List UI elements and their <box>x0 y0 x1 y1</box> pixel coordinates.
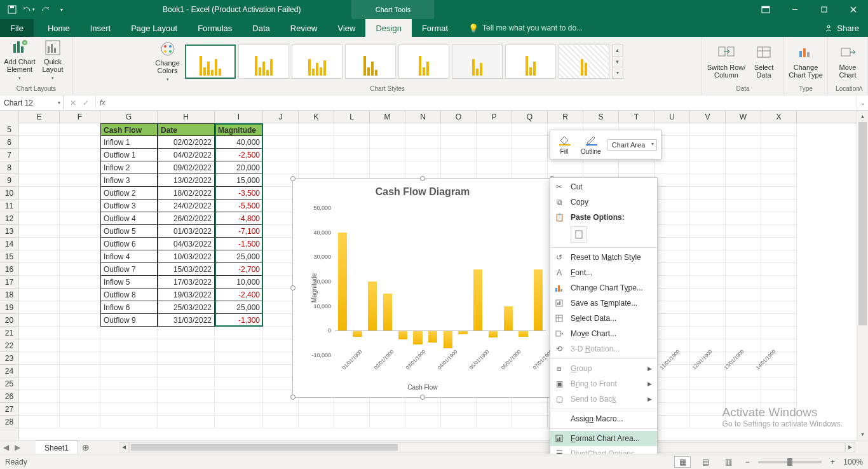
cell[interactable] <box>726 314 761 327</box>
ribbon-display-options-icon[interactable] <box>751 0 780 19</box>
cell[interactable] <box>60 200 100 212</box>
switch-row-column-button[interactable]: Switch Row/ Column <box>706 39 747 81</box>
cell[interactable] <box>726 250 761 263</box>
cell[interactable] <box>299 136 334 149</box>
cell[interactable] <box>761 250 797 263</box>
formula-input[interactable] <box>109 95 857 110</box>
cell[interactable] <box>654 390 690 403</box>
cell[interactable] <box>726 390 761 403</box>
cell[interactable] <box>690 403 726 416</box>
column-header[interactable]: G <box>100 111 158 123</box>
zoom-slider[interactable] <box>758 461 822 463</box>
cell[interactable] <box>690 238 726 250</box>
cell[interactable] <box>60 136 100 149</box>
row-header[interactable]: 18 <box>0 289 18 301</box>
cell[interactable] <box>334 136 370 149</box>
cell[interactable]: 26/02/2022 <box>158 212 215 225</box>
cell[interactable] <box>334 161 370 174</box>
cell[interactable] <box>405 123 441 136</box>
cell[interactable] <box>726 174 761 187</box>
chart-style-2[interactable] <box>238 44 289 79</box>
cell[interactable]: -5,500 <box>215 200 263 212</box>
cell[interactable] <box>215 327 263 339</box>
cell[interactable] <box>19 174 60 187</box>
scroll-down-icon[interactable]: ▼ <box>857 428 868 440</box>
add-sheet-button[interactable]: ⊕ <box>78 442 93 452</box>
column-header[interactable]: W <box>726 111 761 123</box>
resize-handle[interactable] <box>290 395 295 400</box>
cell[interactable]: Outflow 3 <box>100 200 158 212</box>
chart-style-3[interactable] <box>292 44 342 79</box>
select-all-corner[interactable] <box>0 111 19 123</box>
cell[interactable] <box>512 403 548 416</box>
cell[interactable] <box>654 238 690 250</box>
column-header[interactable]: H <box>158 111 215 123</box>
cell[interactable] <box>477 416 512 428</box>
cell[interactable] <box>19 149 60 161</box>
cell[interactable]: 25,000 <box>215 301 263 314</box>
cell[interactable] <box>60 212 100 225</box>
add-chart-element-button[interactable]: + Add Chart Element ▾ <box>4 39 36 81</box>
cell[interactable] <box>726 301 761 314</box>
cell[interactable] <box>60 250 100 263</box>
cell[interactable] <box>690 174 726 187</box>
cell[interactable] <box>19 327 60 339</box>
chart-bar[interactable] <box>473 269 482 331</box>
cell[interactable] <box>60 276 100 289</box>
chart-style-8[interactable] <box>559 44 609 79</box>
ctx-assign-macro[interactable]: Assign Macro... <box>550 411 657 426</box>
column-header[interactable]: F <box>60 111 100 123</box>
column-header[interactable]: T <box>619 111 654 123</box>
cell[interactable] <box>726 327 761 339</box>
cell[interactable] <box>19 263 60 276</box>
row-header[interactable]: 5 <box>0 123 18 136</box>
row-header[interactable]: 8 <box>0 161 18 174</box>
cell[interactable] <box>19 352 60 365</box>
cell[interactable] <box>19 403 60 416</box>
gallery-up-icon[interactable]: ▲ <box>613 45 623 57</box>
cell[interactable] <box>370 123 405 136</box>
cell[interactable] <box>726 416 761 428</box>
cancel-entry-icon[interactable]: ✕ <box>70 99 76 107</box>
cell[interactable]: -1,500 <box>215 238 263 250</box>
chart-title[interactable]: Cash Flow Diagram <box>297 186 548 198</box>
cell[interactable] <box>726 377 761 390</box>
cell[interactable] <box>60 352 100 365</box>
tab-design[interactable]: Design <box>365 19 411 37</box>
cell[interactable] <box>690 390 726 403</box>
cell[interactable]: 24/02/2022 <box>158 200 215 212</box>
column-header[interactable]: L <box>334 111 370 123</box>
cell[interactable] <box>761 136 797 149</box>
cell[interactable] <box>334 403 370 416</box>
cell[interactable]: Inflow 6 <box>100 301 158 314</box>
cell[interactable] <box>19 250 60 263</box>
chart-bar[interactable] <box>489 330 498 337</box>
cell[interactable] <box>726 200 761 212</box>
cell[interactable] <box>512 416 548 428</box>
ctx-save-template[interactable]: Save as Template... <box>550 296 657 311</box>
cell[interactable]: -2,400 <box>215 289 263 301</box>
cell[interactable] <box>761 212 797 225</box>
cell[interactable] <box>654 327 690 339</box>
row-header[interactable]: 16 <box>0 263 18 276</box>
cell[interactable] <box>334 416 370 428</box>
row-header[interactable]: 14 <box>0 238 18 250</box>
cell[interactable] <box>215 377 263 390</box>
cell[interactable] <box>761 263 797 276</box>
cell[interactable] <box>654 276 690 289</box>
cell[interactable] <box>299 149 334 161</box>
ctx-reset-match-style[interactable]: ↺Reset to Match Style <box>550 250 657 265</box>
row-header[interactable]: 26 <box>0 390 18 403</box>
paste-option-1[interactable] <box>571 226 587 243</box>
cell[interactable] <box>690 149 726 161</box>
cell[interactable] <box>215 403 263 416</box>
x-axis-categories[interactable]: 01/01/190002/01/190003/01/190004/01/1900… <box>335 355 546 381</box>
cell[interactable] <box>654 377 690 390</box>
cell[interactable] <box>19 238 60 250</box>
cell[interactable] <box>441 161 477 174</box>
row-header[interactable]: 17 <box>0 276 18 289</box>
cell[interactable] <box>19 187 60 200</box>
cell[interactable] <box>726 276 761 289</box>
cell[interactable]: 19/03/2022 <box>158 289 215 301</box>
row-header[interactable]: 28 <box>0 416 18 428</box>
